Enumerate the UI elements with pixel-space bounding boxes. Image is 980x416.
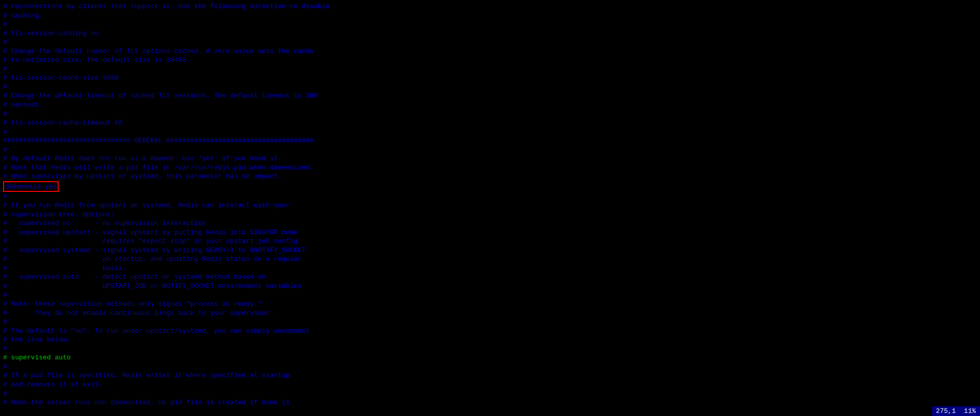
terminal-line: # bbox=[3, 317, 977, 327]
terminal-line: # bbox=[3, 65, 977, 74]
terminal-line: # supervised upstart - signal upstart by… bbox=[3, 228, 977, 237]
terminal-line: # tls-session-cache-size 5000 bbox=[3, 74, 977, 83]
terminal-line: # bbox=[3, 345, 977, 354]
terminal-line: # tls-session-cache-timeout 60 bbox=[3, 118, 977, 128]
terminal-line: # They do not enable continuous pings ba… bbox=[3, 309, 977, 318]
terminal-line: # tls-session-caching no bbox=[3, 29, 977, 38]
terminal-line: # requires "expect stop" in your upstart… bbox=[3, 237, 977, 246]
terminal-line: # Change the default timeout of cached T… bbox=[3, 91, 977, 101]
cursor-position: 275,1 bbox=[936, 407, 956, 415]
terminal-line: # bbox=[3, 110, 977, 119]
terminal-line: ################################ GENERAL… bbox=[3, 136, 977, 145]
terminal-line: # bbox=[3, 128, 977, 137]
terminal-line: # Note: these supervision methods only s… bbox=[3, 300, 977, 309]
terminal-line: daemonize yes bbox=[3, 181, 977, 192]
zoom-level: 11% bbox=[964, 407, 976, 415]
highlighted-directive: daemonize yes bbox=[3, 181, 59, 192]
terminal-line: # the line below. bbox=[3, 335, 977, 345]
terminal-line: # By default Redis does not run as a dae… bbox=[3, 154, 977, 163]
terminal-line: # supervision tree. Options: bbox=[3, 210, 977, 219]
terminal-line: # bbox=[3, 38, 977, 47]
terminal-line: # When supervised by upstart or systemd,… bbox=[3, 172, 977, 181]
terminal-line: # bbox=[3, 291, 977, 300]
terminal-line: # bbox=[3, 389, 977, 399]
terminal-line: # and removes it at exit. bbox=[3, 380, 977, 389]
terminal-line: # bbox=[3, 20, 977, 29]
terminal-line: # caching. bbox=[3, 11, 977, 20]
terminal-line: # bbox=[3, 192, 977, 201]
terminal-line: # basis. bbox=[3, 264, 977, 273]
terminal-line: # reconnections by clients that support … bbox=[3, 2, 977, 11]
terminal-line: # Change the default number of TLS optio… bbox=[3, 47, 977, 56]
terminal-line: # bbox=[3, 362, 977, 372]
terminal: # reconnections by clients that support … bbox=[0, 0, 980, 416]
terminal-line: # supervised systemd - signal systemd by… bbox=[3, 246, 977, 255]
terminal-line: # UPSTART_JOB or NOTIFY_SOCKET environme… bbox=[3, 282, 977, 291]
terminal-line: # seconds. bbox=[3, 101, 977, 110]
terminal-line: # on startup, and updating Redis status … bbox=[3, 255, 977, 264]
terminal-line: # If a pid file is specified, Redis writ… bbox=[3, 371, 977, 380]
terminal-line: # Note that Redis will write a pid file … bbox=[3, 163, 977, 173]
terminal-line: # bbox=[3, 83, 977, 92]
terminal-line: # If you run Redis from upstart or syste… bbox=[3, 201, 977, 210]
terminal-line: # to unlimited size. The default size is… bbox=[3, 56, 977, 65]
terminal-line: # bbox=[3, 145, 977, 155]
terminal-line: # supervised auto bbox=[3, 353, 977, 362]
status-bar: 275,1 11% bbox=[932, 406, 980, 416]
terminal-line: # supervised no - no supervision interac… bbox=[3, 219, 977, 228]
terminal-line: # When the server runs non daemonized, n… bbox=[3, 398, 977, 407]
terminal-line: # supervised auto - detect upstart or sy… bbox=[3, 273, 977, 282]
terminal-line: # The default is "no". To run under upst… bbox=[3, 327, 977, 336]
